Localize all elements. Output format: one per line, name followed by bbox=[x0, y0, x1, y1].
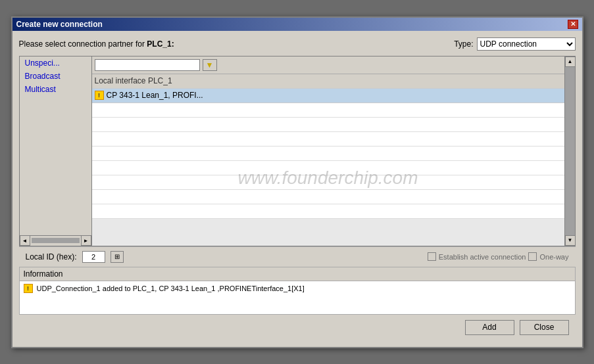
checkbox-group: Establish active connection One-way bbox=[428, 252, 569, 261]
empty-row-6 bbox=[92, 175, 564, 190]
local-interface-label: Local interface PLC_1 bbox=[95, 76, 172, 85]
info-content: ! UDP_Connection_1 added to PLC_1, CP 34… bbox=[20, 281, 575, 314]
establish-active-checkbox-item: Establish active connection bbox=[428, 252, 526, 261]
button-row: Add Close bbox=[19, 315, 576, 340]
vertical-scrollbar: ▲ ▼ bbox=[564, 57, 575, 246]
info-header: Information bbox=[20, 267, 575, 281]
connection-list: Local interface PLC_1 ! CP 343-1 Lean_1,… bbox=[92, 74, 564, 246]
one-way-checkbox[interactable] bbox=[528, 252, 537, 261]
create-connection-dialog: Create new connection ✕ Please select co… bbox=[11, 16, 583, 348]
one-way-checkbox-item: One-way bbox=[528, 252, 568, 261]
connection-type-select[interactable]: UDP connection bbox=[477, 37, 576, 51]
right-panel: ▼ Local interface PLC_1 ! CP 343-1 Lean_… bbox=[92, 57, 564, 246]
left-panel: Unspeci... Broadcast Multicast ◄ ► bbox=[20, 57, 92, 246]
list-header-row: Local interface PLC_1 bbox=[92, 74, 564, 89]
local-id-label: Local ID (hex): bbox=[26, 252, 77, 262]
filter-button[interactable]: ▼ bbox=[203, 59, 217, 71]
sidebar-item-broadcast[interactable]: Broadcast bbox=[20, 70, 91, 83]
title-bar: Create new connection ✕ bbox=[12, 18, 582, 31]
dialog-title: Create new connection bbox=[16, 20, 103, 29]
main-content: Unspeci... Broadcast Multicast ◄ ► ▼ bbox=[19, 56, 576, 246]
empty-row-1 bbox=[92, 103, 564, 118]
empty-row-2 bbox=[92, 118, 564, 132]
search-input[interactable] bbox=[95, 59, 200, 71]
sidebar-item-unspecified[interactable]: Unspeci... bbox=[20, 57, 91, 70]
scroll-right-button[interactable]: ► bbox=[81, 235, 91, 246]
add-button[interactable]: Add bbox=[465, 320, 514, 335]
vscroll-down-button[interactable]: ▼ bbox=[565, 235, 576, 246]
type-label: Type: bbox=[454, 39, 473, 49]
vscroll-up-button[interactable]: ▲ bbox=[565, 57, 576, 67]
empty-row-3 bbox=[92, 132, 564, 147]
warning-icon: ! bbox=[95, 91, 104, 100]
one-way-label: One-way bbox=[539, 253, 568, 261]
scroll-track[interactable] bbox=[32, 238, 80, 243]
info-message: UDP_Connection_1 added to PLC_1, CP 343-… bbox=[37, 284, 305, 292]
cp-label: CP 343-1 Lean_1, PROFI... bbox=[107, 91, 203, 100]
local-id-input[interactable] bbox=[82, 251, 105, 263]
close-dialog-button[interactable]: Close bbox=[520, 320, 569, 335]
filter-icon: ▼ bbox=[206, 60, 214, 70]
info-warn-icon: ! bbox=[24, 284, 33, 293]
bottom-controls: Local ID (hex): ⊞ Establish active conne… bbox=[19, 246, 576, 267]
empty-row-7 bbox=[92, 190, 564, 204]
dialog-body: Please select connection partner for PLC… bbox=[12, 31, 582, 347]
empty-row-4 bbox=[92, 147, 564, 161]
local-id-picker-button[interactable]: ⊞ bbox=[111, 251, 124, 263]
close-button[interactable]: ✕ bbox=[568, 20, 578, 29]
establish-active-checkbox[interactable] bbox=[428, 252, 436, 261]
establish-active-label: Establish active connection bbox=[439, 253, 526, 261]
empty-row-8 bbox=[92, 204, 564, 219]
type-selector: Type: UDP connection bbox=[454, 37, 575, 51]
empty-row-5 bbox=[92, 161, 564, 175]
prompt-label: Please select connection partner for PLC… bbox=[19, 39, 174, 49]
search-row: ▼ bbox=[92, 57, 564, 74]
scroll-left-button[interactable]: ◄ bbox=[20, 235, 30, 246]
picker-icon: ⊞ bbox=[114, 253, 120, 260]
vscroll-track[interactable] bbox=[565, 67, 575, 235]
horizontal-scrollbar: ◄ ► bbox=[20, 235, 91, 246]
sidebar-item-multicast[interactable]: Multicast bbox=[20, 83, 91, 96]
info-section: Information ! UDP_Connection_1 added to … bbox=[19, 267, 576, 315]
top-row: Please select connection partner for PLC… bbox=[19, 37, 576, 51]
info-message-row: ! UDP_Connection_1 added to PLC_1, CP 34… bbox=[24, 284, 571, 293]
list-item[interactable]: ! CP 343-1 Lean_1, PROFI... bbox=[92, 89, 564, 103]
